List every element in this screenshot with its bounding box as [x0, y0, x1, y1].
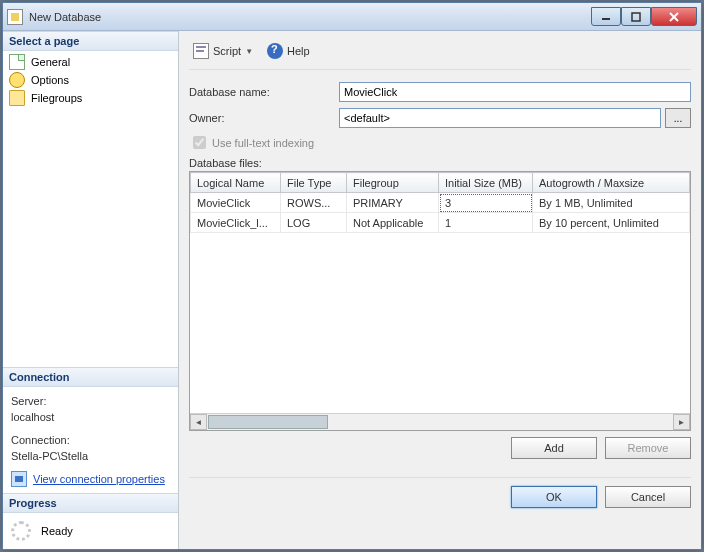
table-row[interactable]: MovieClick_l... LOG Not Applicable 1 By …: [191, 213, 690, 233]
server-label: Server:: [11, 393, 170, 410]
progress-spinner-icon: [11, 521, 31, 541]
server-value: localhost: [11, 409, 170, 426]
col-autogrowth[interactable]: Autogrowth / Maxsize: [533, 173, 690, 193]
cell-logical[interactable]: MovieClick: [191, 193, 281, 213]
owner-label: Owner:: [189, 112, 339, 124]
window-buttons: [591, 7, 697, 26]
owner-input[interactable]: [339, 108, 661, 128]
help-button[interactable]: Help: [263, 41, 314, 61]
help-label: Help: [287, 45, 310, 57]
page-label: Options: [31, 74, 69, 86]
select-page-header: Select a page: [3, 31, 178, 51]
col-filegroup[interactable]: Filegroup: [347, 173, 439, 193]
view-connection-properties[interactable]: View connection properties: [11, 471, 170, 488]
cell-auto[interactable]: By 10 percent, Unlimited: [533, 213, 690, 233]
minimize-button[interactable]: [591, 7, 621, 26]
page-item-general[interactable]: General: [7, 53, 174, 71]
help-icon: [267, 43, 283, 59]
page-label: General: [31, 56, 70, 68]
cell-auto[interactable]: By 1 MB, Unlimited: [533, 193, 690, 213]
page-list: General Options Filegroups: [3, 51, 178, 109]
titlebar[interactable]: New Database: [3, 3, 701, 31]
ok-button[interactable]: OK: [511, 486, 597, 508]
cell-logical[interactable]: MovieClick_l...: [191, 213, 281, 233]
db-files-grid[interactable]: Logical Name File Type Filegroup Initial…: [189, 171, 691, 431]
connection-block: Server: localhost Connection: Stella-PC\…: [3, 387, 178, 494]
script-button[interactable]: Script ▼: [189, 41, 257, 61]
progress-status: Ready: [41, 525, 73, 537]
progress-block: Ready: [3, 513, 178, 549]
db-files-label: Database files:: [189, 157, 691, 169]
maximize-button[interactable]: [621, 7, 651, 26]
progress-header: Progress: [3, 493, 178, 513]
col-initial-size[interactable]: Initial Size (MB): [439, 173, 533, 193]
cancel-button[interactable]: Cancel: [605, 486, 691, 508]
page-icon: [9, 90, 25, 106]
remove-button[interactable]: Remove: [605, 437, 691, 459]
left-pane: Select a page General Options Filegroups…: [3, 31, 179, 549]
page-icon: [9, 72, 25, 88]
connection-label: Connection:: [11, 432, 170, 449]
page-item-filegroups[interactable]: Filegroups: [7, 89, 174, 107]
cell-fgroup[interactable]: Not Applicable: [347, 213, 439, 233]
chevron-down-icon: ▼: [245, 47, 253, 56]
dialog-footer: OK Cancel: [189, 477, 691, 508]
view-connection-link[interactable]: View connection properties: [33, 471, 165, 488]
script-label: Script: [213, 45, 241, 57]
dialog-window: New Database Select a page General Optio…: [2, 2, 702, 550]
toolbar: Script ▼ Help: [189, 39, 691, 70]
cell-ftype[interactable]: ROWS...: [281, 193, 347, 213]
col-file-type[interactable]: File Type: [281, 173, 347, 193]
scroll-thumb[interactable]: [208, 415, 328, 429]
app-icon: [7, 9, 23, 25]
script-icon: [193, 43, 209, 59]
window-title: New Database: [29, 11, 591, 23]
table-row[interactable]: MovieClick ROWS... PRIMARY 3 By 1 MB, Un…: [191, 193, 690, 213]
form-area: Database name: Owner: ... Use full-text …: [189, 76, 691, 471]
fulltext-label: Use full-text indexing: [212, 137, 314, 149]
fulltext-checkbox: [193, 136, 206, 149]
cell-fgroup[interactable]: PRIMARY: [347, 193, 439, 213]
dialog-body: Select a page General Options Filegroups…: [3, 31, 701, 549]
connection-icon: [11, 471, 27, 487]
db-name-label: Database name:: [189, 86, 339, 98]
db-name-input[interactable]: [339, 82, 691, 102]
add-button[interactable]: Add: [511, 437, 597, 459]
scroll-right-arrow-icon[interactable]: ►: [673, 414, 690, 430]
page-item-options[interactable]: Options: [7, 71, 174, 89]
right-pane: Script ▼ Help Database name: Owner: ...: [179, 31, 701, 549]
owner-browse-button[interactable]: ...: [665, 108, 691, 128]
grid-buttons: Add Remove: [189, 431, 691, 465]
page-label: Filegroups: [31, 92, 82, 104]
scroll-left-arrow-icon[interactable]: ◄: [190, 414, 207, 430]
cell-isize[interactable]: 3: [439, 193, 533, 213]
connection-value: Stella-PC\Stella: [11, 448, 170, 465]
cell-ftype[interactable]: LOG: [281, 213, 347, 233]
svg-rect-1: [632, 13, 640, 21]
horizontal-scrollbar[interactable]: ◄ ►: [190, 413, 690, 430]
page-icon: [9, 54, 25, 70]
cell-isize[interactable]: 1: [439, 213, 533, 233]
close-button[interactable]: [651, 7, 697, 26]
connection-header: Connection: [3, 367, 178, 387]
col-logical-name[interactable]: Logical Name: [191, 173, 281, 193]
